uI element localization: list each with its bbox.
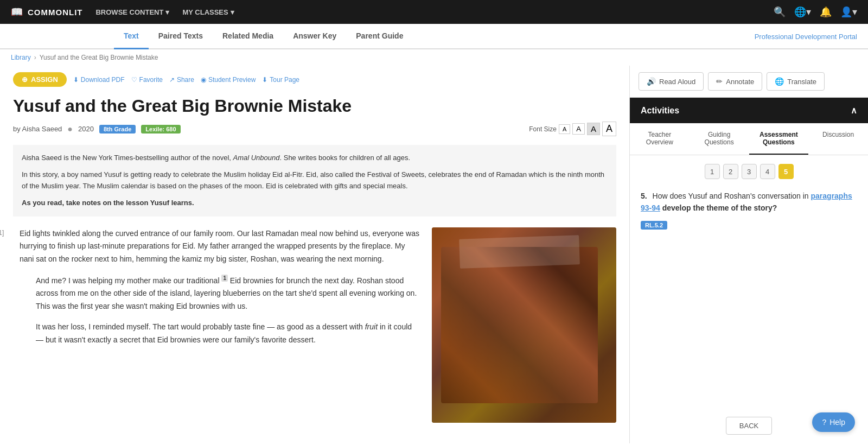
- logo-icon: 📖: [11, 6, 23, 18]
- font-size-large[interactable]: A: [602, 122, 616, 136]
- paragraph-3-wrapper: It was her loss, I reminded myself. The …: [13, 321, 421, 347]
- tab-answer-key[interactable]: Answer Key: [283, 24, 346, 49]
- read-aloud-button[interactable]: 🔊 Read Aloud: [639, 72, 704, 91]
- breadcrumb-current: Yusuf and the Great Big Brownie Mistake: [40, 54, 158, 61]
- back-button[interactable]: BACK: [726, 417, 772, 435]
- question-num-5[interactable]: 5: [778, 164, 794, 179]
- favorite-label: Favorite: [139, 76, 163, 84]
- download-icon: ⬇: [73, 76, 79, 84]
- tab-related-media[interactable]: Related Media: [213, 24, 283, 49]
- tab-assessment-questions[interactable]: Assessment Questions: [749, 123, 809, 155]
- top-navigation: 📖 COMMONLIT BROWSE CONTENT ▾ MY CLASSES …: [0, 0, 868, 24]
- user-icon[interactable]: 👤▾: [840, 6, 857, 18]
- right-panel: 🔊 Read Aloud ✏ Annotate 🌐 Translate Acti…: [629, 66, 868, 443]
- annotate-button[interactable]: ✏ Annotate: [708, 72, 762, 91]
- para-num-3: [13, 321, 30, 347]
- paragraph-1-text: Eid lights twinkled along the curved ent…: [20, 227, 421, 266]
- font-size-label: Font Size: [529, 125, 557, 133]
- my-classes-label: MY CLASSES: [182, 8, 228, 16]
- tab-paired-texts[interactable]: Paired Texts: [149, 24, 213, 49]
- main-layout: ⊕ ASSIGN ⬇ Download PDF ♡ Favorite ↗ Sha…: [0, 66, 868, 443]
- logo[interactable]: 📖 COMMONLIT: [11, 6, 82, 18]
- share-icon: ↗: [169, 76, 175, 84]
- browse-content-label: BROWSE CONTENT: [95, 8, 163, 16]
- font-size-medium[interactable]: A: [587, 123, 600, 135]
- intro-para-1: Aisha Saeed is the New York Times-bestse…: [22, 152, 608, 164]
- article-image: [432, 227, 616, 423]
- article-text: [1] Eid lights twinkled along the curved…: [13, 227, 421, 423]
- help-button[interactable]: ? Help: [812, 412, 855, 432]
- paragraph-1-wrapper: [1] Eid lights twinkled along the curved…: [13, 227, 421, 266]
- brownie-photo: [432, 227, 616, 423]
- question-text: 5. How does Yusuf and Roshan's conversat…: [641, 190, 857, 214]
- activities-title: Activities: [641, 106, 679, 116]
- article-body: [1] Eid lights twinkled along the curved…: [13, 227, 616, 423]
- font-size-controls: Font Size A A A A: [529, 122, 616, 136]
- meta-separator: ●: [67, 124, 73, 134]
- breadcrumb: Library › Yusuf and the Great Big Browni…: [0, 49, 868, 66]
- toolbar: ⊕ ASSIGN ⬇ Download PDF ♡ Favorite ↗ Sha…: [13, 72, 616, 87]
- logo-text: COMMONLIT: [28, 8, 82, 17]
- question-num-1[interactable]: 1: [705, 164, 720, 179]
- help-label: Help: [829, 418, 845, 427]
- question-content: 5. How does Yusuf and Roshan's conversat…: [630, 185, 868, 408]
- para-num-1: [1]: [0, 227, 14, 266]
- breadcrumb-separator: ›: [34, 54, 36, 61]
- intro-bold: As you read, take notes on the lesson Yu…: [22, 199, 194, 207]
- question-num-3[interactable]: 3: [742, 164, 757, 179]
- question-text-before: How does Yusuf and Roshan's conversation…: [653, 192, 809, 200]
- tab-parent-guide[interactable]: Parent Guide: [346, 24, 413, 49]
- tab-teacher-overview[interactable]: Teacher Overview: [630, 123, 690, 155]
- breadcrumb-library[interactable]: Library: [11, 54, 31, 61]
- assign-icon: ⊕: [22, 75, 28, 84]
- article-content: ⊕ ASSIGN ⬇ Download PDF ♡ Favorite ↗ Sha…: [0, 66, 629, 443]
- tab-guiding-questions[interactable]: Guiding Questions: [690, 123, 749, 155]
- student-preview-label: Student Preview: [208, 76, 256, 84]
- browse-chevron-icon: ▾: [165, 8, 169, 16]
- intro-para-3: As you read, take notes on the lesson Yu…: [22, 198, 608, 209]
- browse-content-menu[interactable]: BROWSE CONTENT ▾: [95, 8, 169, 16]
- grade-badge: 8th Grade: [99, 125, 136, 134]
- standard-badge: RL.5.2: [641, 221, 667, 230]
- question-num-2[interactable]: 2: [723, 164, 738, 179]
- activities-tabs: Teacher Overview Guiding Questions Asses…: [630, 123, 868, 155]
- prof-dev-link[interactable]: Professional Development Portal: [755, 33, 857, 41]
- question-num-4[interactable]: 4: [760, 164, 775, 179]
- activities-collapse-icon[interactable]: ∧: [851, 105, 857, 116]
- para-3-italic: fruit: [365, 322, 378, 331]
- article-title: Yusuf and the Great Big Brownie Mistake: [13, 96, 616, 116]
- para-num-2: [13, 274, 30, 313]
- globe-icon[interactable]: 🌐▾: [794, 6, 811, 18]
- article-meta: by Aisha Saeed ● 2020 8th Grade Lexile: …: [13, 122, 616, 136]
- font-size-medium-small[interactable]: A: [572, 123, 585, 135]
- paragraph-3-text: It was her loss, I reminded myself. The …: [36, 321, 421, 347]
- share-button[interactable]: ↗ Share: [169, 76, 194, 84]
- action-buttons: 🔊 Read Aloud ✏ Annotate 🌐 Translate: [630, 66, 868, 98]
- question-text-after: develop the theme of the story?: [662, 204, 777, 212]
- tour-label: Tour Page: [270, 76, 299, 84]
- tab-discussion[interactable]: Discussion: [808, 123, 868, 155]
- preview-icon: ◉: [201, 76, 206, 84]
- lexile-badge: Lexile: 680: [141, 125, 180, 134]
- font-size-small[interactable]: A: [559, 124, 570, 134]
- favorite-button[interactable]: ♡ Favorite: [131, 76, 163, 84]
- article-year: 2020: [78, 125, 94, 133]
- student-preview-button[interactable]: ◉ Student Preview: [201, 76, 256, 84]
- help-icon: ?: [822, 418, 826, 427]
- article-author: by Aisha Saeed: [13, 125, 62, 133]
- assign-button[interactable]: ⊕ ASSIGN: [13, 72, 67, 87]
- my-classes-menu[interactable]: MY CLASSES ▾: [182, 8, 234, 16]
- nav-left: 📖 COMMONLIT BROWSE CONTENT ▾ MY CLASSES …: [11, 6, 234, 18]
- tour-page-button[interactable]: ⬇ Tour Page: [262, 76, 299, 84]
- search-icon[interactable]: 🔍: [774, 6, 786, 18]
- paragraph-2-text: And me? I was helping my mother make our…: [36, 274, 421, 313]
- assign-label: ASSIGN: [31, 75, 58, 84]
- tab-text[interactable]: Text: [114, 24, 149, 49]
- classes-chevron-icon: ▾: [231, 8, 234, 16]
- download-pdf-button[interactable]: ⬇ Download PDF: [73, 76, 125, 84]
- annotate-icon: ✏: [716, 77, 723, 86]
- activities-header: Activities ∧: [630, 98, 868, 123]
- translate-button[interactable]: 🌐 Translate: [767, 72, 825, 91]
- bell-icon[interactable]: 🔔: [820, 6, 832, 18]
- sub-navigation: Text Paired Texts Related Media Answer K…: [0, 24, 868, 49]
